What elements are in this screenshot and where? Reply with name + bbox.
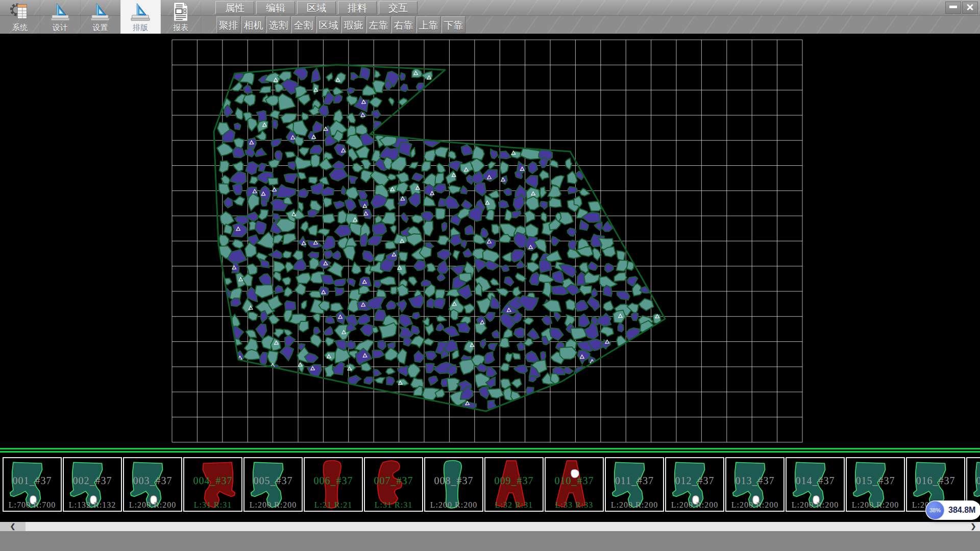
- launcher-item-1[interactable]: 系统: [0, 0, 40, 34]
- part-thumbnail-011_#37[interactable]: 011_#37 L:200 R:200: [605, 457, 664, 512]
- ribbon-button-4[interactable]: 全割: [291, 16, 315, 33]
- part-lr-label: L:31 R:31: [184, 500, 241, 510]
- set-square-icon: [50, 1, 71, 23]
- part-id-label: 008_#37: [425, 475, 482, 487]
- menu-tab-bar: 属性编辑区域排料交互: [215, 1, 418, 14]
- part-id-label: 001_#37: [4, 475, 61, 487]
- menu-tab-3[interactable]: 区域: [297, 1, 336, 14]
- memory-usage: 384.8M: [948, 506, 975, 515]
- part-id-label: 005_#37: [244, 475, 302, 487]
- launcher-label: 排版: [120, 23, 160, 33]
- part-lr-label: L:700 R:700: [4, 500, 61, 510]
- part-thumbnail-006_#37[interactable]: 006_#37 L:21 R:21: [304, 457, 363, 512]
- part-thumbnail-013_#37[interactable]: 013_#37 L:200 R:200: [725, 457, 785, 512]
- part-id-label: 011_#37: [606, 475, 663, 487]
- status-bar: [0, 531, 980, 551]
- ribbon-button-6[interactable]: 瑕疵: [341, 16, 365, 33]
- launcher-label: 系统: [0, 23, 40, 33]
- scroll-right-button[interactable]: ❯: [967, 522, 980, 531]
- parts-strip: 001_#37 L:700 R:700 002_#37 L:132 R:132 …: [0, 448, 980, 522]
- progress-percent: 38%: [929, 507, 941, 513]
- part-thumbnail-002_#37[interactable]: 002_#37 L:132 R:132: [63, 457, 122, 512]
- part-lr-label: L:200 R:200: [726, 500, 783, 510]
- launcher-item-2[interactable]: 设计: [40, 0, 81, 34]
- chevron-right-icon: ❯: [971, 522, 976, 530]
- minimize-icon: [949, 6, 957, 8]
- part-id-label: 015_#37: [847, 475, 904, 487]
- part-thumbnail-012_#37[interactable]: 012_#37 L:200 R:200: [665, 457, 724, 512]
- part-id-label: 013_#37: [726, 475, 783, 487]
- set-square-icon: [130, 1, 151, 23]
- nesting-canvas[interactable]: [0, 34, 980, 448]
- part-thumbnail-010_#37[interactable]: 010_#37 L:33 R:33: [545, 457, 604, 512]
- part-lr-label: L:200 R:200: [425, 500, 482, 510]
- part-id-label: 002_#37: [64, 475, 121, 487]
- part-lr-label: L:32 R:31: [485, 500, 543, 510]
- progress-circle: 38%: [926, 501, 944, 519]
- set-square-icon: [89, 1, 111, 23]
- ribbon-button-10[interactable]: 下靠: [442, 16, 465, 33]
- part-thumbnail-009_#37[interactable]: 009_#37 L:32 R:31: [484, 457, 544, 512]
- part-id-label: 007_#37: [365, 475, 422, 487]
- status-badge: 38% 384.8M: [925, 500, 980, 520]
- menu-tab-5[interactable]: 交互: [379, 1, 418, 14]
- scroll-left-button[interactable]: ❮: [0, 522, 26, 531]
- part-id-label: 003_#37: [124, 475, 181, 487]
- launcher-item-3[interactable]: 设置: [81, 0, 121, 34]
- strip-top-line: [0, 448, 980, 449]
- launcher-label: 设置: [81, 23, 120, 33]
- ribbon-button-3[interactable]: 选割: [266, 16, 290, 33]
- ribbon-button-9[interactable]: 上靠: [416, 16, 440, 33]
- module-launcher: 系统 设计 设置 排版 报表: [0, 0, 201, 34]
- system-gear-icon: [9, 1, 31, 23]
- part-lr-label: L:132 R:132: [64, 500, 121, 510]
- part-lr-label: L:21 R:21: [305, 500, 362, 510]
- part-lr-label: L:200 R:200: [847, 500, 904, 510]
- part-lr-label: L:200 R:200: [666, 500, 723, 510]
- part-thumbnail-015_#37[interactable]: 015_#37 L:200 R:200: [846, 457, 905, 512]
- part-thumbnail-003_#37[interactable]: 003_#37 L:200 R:200: [123, 457, 182, 512]
- part-lr-label: L:200 R:200: [124, 500, 181, 510]
- close-button[interactable]: ✕: [962, 2, 978, 14]
- window-controls: ✕: [945, 2, 978, 14]
- launcher-item-5[interactable]: 报表: [161, 0, 201, 34]
- launcher-label: 报表: [161, 23, 201, 33]
- menu-tab-2[interactable]: 编辑: [256, 1, 295, 14]
- part-thumbnail-005_#37[interactable]: 005_#37 L:200 R:200: [243, 457, 303, 512]
- part-thumbnail-014_#37[interactable]: 014_#37 L:200 R:200: [786, 457, 845, 512]
- nest-view: [0, 34, 980, 448]
- ribbon-button-8[interactable]: 右靠: [391, 16, 415, 33]
- part-thumbnail-008_#37[interactable]: 008_#37 L:200 R:200: [424, 457, 483, 512]
- part-id-label: 016_#37: [907, 475, 964, 487]
- part-lr-label: L:31 R:31: [365, 500, 422, 510]
- parts-list: 001_#37 L:700 R:700 002_#37 L:132 R:132 …: [3, 457, 980, 512]
- menu-tab-4[interactable]: 排料: [338, 1, 377, 14]
- part-id-label: 009_#37: [485, 475, 543, 487]
- part-lr-label: L:200 R:200: [787, 500, 844, 510]
- part-thumbnail-004_#37[interactable]: 004_#37 L:31 R:31: [183, 457, 242, 512]
- minimize-button[interactable]: [945, 2, 961, 14]
- ribbon-button-5[interactable]: 区域: [316, 16, 340, 33]
- part-id-label: 017_#37: [967, 475, 980, 487]
- part-lr-label: L:200 R:200: [244, 500, 302, 510]
- launcher-item-4[interactable]: 排版: [120, 0, 161, 34]
- part-id-label: 012_#37: [666, 475, 723, 487]
- part-id-label: 014_#37: [787, 475, 844, 487]
- horizontal-scrollbar[interactable]: ❮ ❯: [0, 522, 980, 531]
- report-doc-icon: [170, 1, 191, 23]
- chevron-left-icon: ❮: [10, 522, 16, 530]
- part-id-label: 006_#37: [305, 475, 362, 487]
- part-id-label: 010_#37: [546, 475, 603, 487]
- part-lr-label: L:200 R:200: [606, 500, 663, 510]
- close-icon: ✕: [966, 2, 974, 13]
- ribbon-button-1[interactable]: 聚排: [216, 16, 240, 33]
- launcher-label: 设计: [40, 23, 80, 33]
- ribbon-button-7[interactable]: 左靠: [366, 16, 390, 33]
- part-thumbnail-007_#37[interactable]: 007_#37 L:31 R:31: [364, 457, 423, 512]
- strip-top-line-2: [0, 451, 980, 453]
- part-id-label: 004_#37: [184, 475, 241, 487]
- menu-tab-1[interactable]: 属性: [215, 1, 254, 14]
- part-lr-label: L:33 R:33: [546, 500, 603, 510]
- ribbon-button-2[interactable]: 相机: [241, 16, 265, 33]
- part-thumbnail-001_#37[interactable]: 001_#37 L:700 R:700: [3, 457, 62, 512]
